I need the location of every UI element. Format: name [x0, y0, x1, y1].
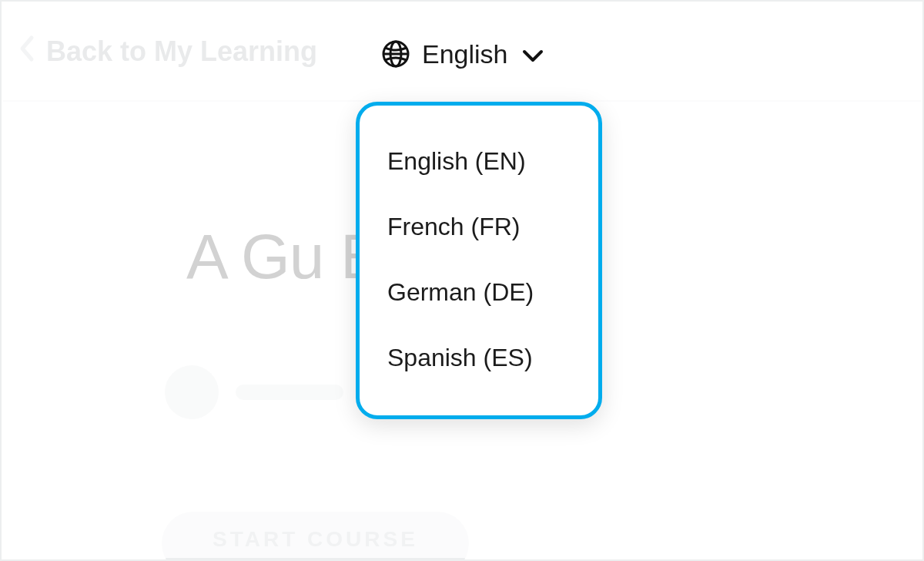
start-course-label: START COURSE	[213, 527, 418, 551]
language-option-es[interactable]: Spanish (ES)	[360, 325, 598, 391]
start-course-button[interactable]: START COURSE	[162, 512, 469, 561]
language-option-label: French (FR)	[387, 213, 520, 240]
chevron-left-icon	[18, 35, 35, 69]
language-option-fr[interactable]: French (FR)	[360, 194, 598, 260]
language-dropdown: English (EN) French (FR) German (DE) Spa…	[356, 102, 602, 419]
language-selector[interactable]: English	[380, 39, 544, 69]
progress-step-bar	[236, 385, 343, 400]
language-option-label: English (EN)	[387, 147, 526, 175]
progress-indicator	[165, 365, 343, 419]
language-option-label: German (DE)	[387, 278, 534, 306]
progress-step-dot	[165, 365, 219, 419]
chevron-down-icon	[522, 39, 544, 69]
back-link-label: Back to My Learning	[46, 35, 317, 68]
globe-icon	[380, 39, 411, 69]
language-selected-label: English	[422, 39, 508, 69]
back-to-my-learning-link[interactable]: Back to My Learning	[18, 35, 317, 69]
language-option-label: Spanish (ES)	[387, 344, 533, 371]
language-option-en[interactable]: English (EN)	[360, 129, 598, 194]
language-option-de[interactable]: German (DE)	[360, 260, 598, 325]
